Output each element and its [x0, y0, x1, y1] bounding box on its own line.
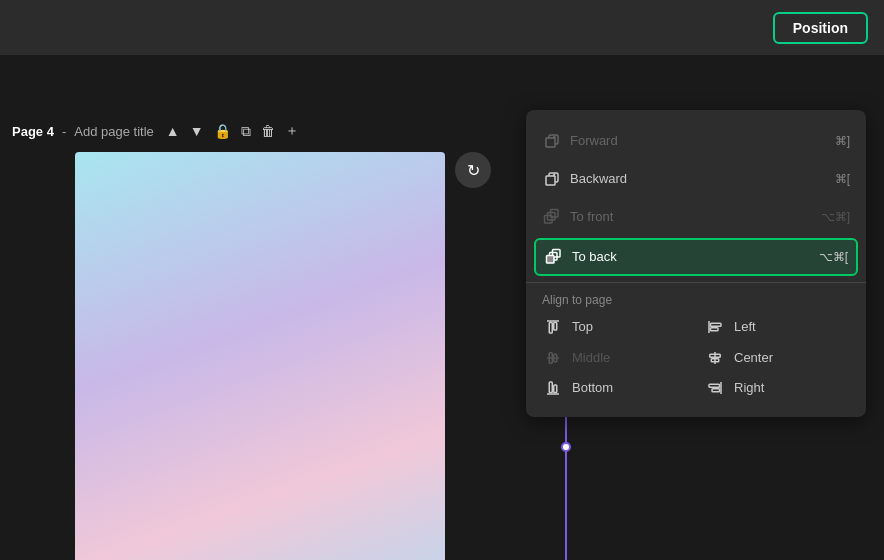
page-canvas [75, 152, 445, 560]
copy-page-icon[interactable]: ⧉ [241, 123, 251, 140]
align-middle-label: Middle [572, 350, 610, 365]
page-label: Page 4 [12, 124, 54, 139]
svg-rect-12 [711, 323, 722, 326]
svg-rect-10 [554, 322, 557, 330]
refresh-button[interactable]: ↻ [455, 152, 491, 188]
align-bottom[interactable]: Bottom [534, 373, 696, 404]
to-back-row[interactable]: To back ⌥⌘[ [534, 238, 858, 276]
align-top[interactable]: Top [534, 311, 696, 342]
align-center[interactable]: Center [696, 342, 858, 373]
to-back-icon [544, 248, 564, 267]
align-center-label: Center [734, 350, 773, 365]
svg-rect-25 [712, 389, 720, 392]
lock-icon[interactable]: 🔒 [214, 123, 231, 139]
backward-row[interactable]: Backward ⌘[ [526, 160, 866, 198]
svg-rect-7 [547, 256, 555, 264]
align-bottom-label: Bottom [572, 380, 613, 395]
align-center-icon [704, 348, 726, 367]
svg-rect-0 [546, 138, 555, 147]
align-middle-icon [542, 348, 564, 367]
backward-icon [542, 170, 562, 189]
position-dropdown: Forward ⌘] Backward ⌘[ [526, 110, 866, 417]
nav-up-icon[interactable]: ▲ [166, 123, 180, 139]
align-left[interactable]: Left [696, 311, 858, 342]
backward-shortcut: ⌘[ [835, 172, 850, 186]
position-button[interactable]: Position [773, 12, 868, 44]
align-right[interactable]: Right [696, 373, 858, 404]
page-title-input[interactable]: Add page title [74, 124, 154, 139]
align-section-label: Align to page [526, 289, 866, 309]
to-front-shortcut: ⌥⌘] [821, 210, 850, 224]
forward-item[interactable]: Forward [542, 132, 835, 151]
align-top-label: Top [572, 319, 593, 334]
top-bar: Position [0, 0, 884, 55]
to-front-row[interactable]: To front ⌥⌘] [526, 198, 866, 236]
add-page-icon[interactable]: ＋ [285, 122, 299, 140]
page-separator: - [62, 124, 66, 139]
to-front-item[interactable]: To front [542, 208, 821, 227]
forward-row[interactable]: Forward ⌘] [526, 122, 866, 160]
svg-rect-22 [554, 385, 557, 393]
svg-rect-9 [549, 322, 552, 333]
canvas-area: Page 4 - Add page title ▲ ▼ 🔒 ⧉ 🗑 ＋ ↻ [0, 55, 884, 560]
page-bar-icons: ▲ ▼ 🔒 ⧉ 🗑 ＋ [166, 122, 299, 140]
align-right-label: Right [734, 380, 764, 395]
delete-page-icon[interactable]: 🗑 [261, 123, 275, 139]
align-left-label: Left [734, 319, 756, 334]
align-bottom-icon [542, 379, 564, 398]
forward-icon [542, 132, 562, 151]
to-back-item[interactable]: To back [544, 248, 819, 267]
svg-rect-24 [709, 385, 720, 388]
align-right-icon [704, 379, 726, 398]
nav-down-icon[interactable]: ▼ [190, 123, 204, 139]
align-top-icon [542, 317, 564, 336]
page-bar: Page 4 - Add page title ▲ ▼ 🔒 ⧉ 🗑 ＋ [0, 110, 374, 152]
svg-rect-13 [711, 328, 719, 331]
backward-item[interactable]: Backward [542, 170, 835, 189]
to-front-icon [542, 208, 562, 227]
divider [526, 282, 866, 283]
line-handle[interactable] [561, 442, 571, 452]
svg-rect-1 [546, 176, 555, 185]
align-middle[interactable]: Middle [534, 342, 696, 373]
align-grid: Top Left [526, 309, 866, 405]
align-left-icon [704, 317, 726, 336]
forward-shortcut: ⌘] [835, 134, 850, 148]
svg-rect-21 [549, 382, 552, 393]
to-back-shortcut: ⌥⌘[ [819, 250, 848, 264]
